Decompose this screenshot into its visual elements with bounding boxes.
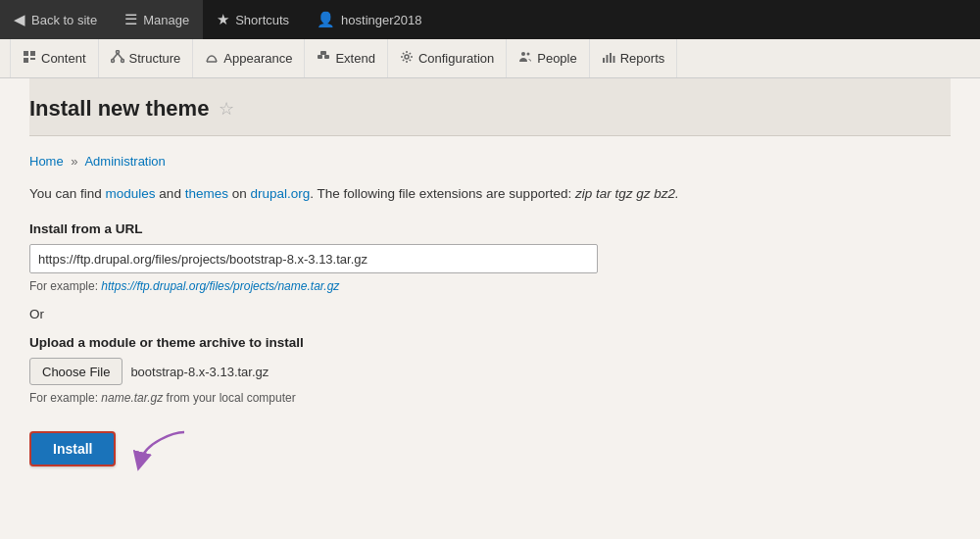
- svg-point-14: [521, 52, 525, 56]
- back-arrow-icon: ◀: [14, 11, 25, 28]
- user-label: hostinger2018: [341, 13, 421, 27]
- configuration-nav-label: Configuration: [418, 51, 494, 66]
- upload-example-file: name.tar.gz: [101, 391, 163, 405]
- nav-extend[interactable]: Extend: [305, 39, 387, 77]
- page-title: Install new theme: [29, 96, 209, 122]
- appearance-icon: [205, 50, 219, 67]
- nav-structure[interactable]: Structure: [99, 39, 194, 77]
- shortcuts-label: Shortcuts: [235, 13, 289, 27]
- svg-point-4: [116, 51, 119, 54]
- file-name-display: bootstrap-8.x-3.13.tar.gz: [130, 365, 269, 379]
- arrow-annotation: [125, 422, 204, 474]
- nav-configuration[interactable]: Configuration: [388, 39, 507, 77]
- install-row: Install: [29, 422, 951, 474]
- content-nav-label: Content: [41, 51, 86, 66]
- svg-rect-0: [24, 51, 28, 56]
- nav-appearance[interactable]: Appearance: [193, 39, 305, 77]
- structure-nav-label: Structure: [129, 51, 181, 66]
- page-title-bar: Install new theme ☆: [29, 78, 951, 136]
- svg-rect-19: [612, 56, 614, 63]
- extend-nav-label: Extend: [335, 51, 374, 66]
- secondary-nav: Content Structure Appearance Extend Conf…: [0, 39, 980, 78]
- svg-rect-10: [318, 55, 322, 59]
- svg-rect-3: [30, 58, 35, 60]
- install-button[interactable]: Install: [29, 431, 116, 466]
- desc-middle2: on: [228, 186, 251, 201]
- svg-rect-12: [320, 51, 326, 55]
- drupal-link[interactable]: drupal.org: [250, 186, 310, 201]
- reports-nav-label: Reports: [620, 51, 665, 66]
- appearance-nav-label: Appearance: [223, 51, 292, 66]
- breadcrumb-admin[interactable]: Administration: [84, 154, 165, 169]
- svg-point-15: [527, 53, 530, 56]
- url-section-label: Install from a URL: [29, 221, 951, 236]
- user-icon: 👤: [317, 11, 335, 28]
- svg-rect-11: [324, 55, 329, 59]
- desc-prefix: You can find: [29, 186, 106, 201]
- nav-people[interactable]: People: [507, 39, 589, 77]
- content-area: Home » Administration You can find modul…: [29, 136, 951, 539]
- bookmark-star-icon[interactable]: ☆: [219, 98, 234, 120]
- svg-rect-2: [24, 58, 28, 63]
- svg-rect-18: [610, 53, 612, 63]
- svg-rect-16: [603, 58, 605, 63]
- back-to-site-button[interactable]: ◀ Back to site: [0, 0, 111, 39]
- svg-point-5: [111, 60, 114, 63]
- configuration-icon: [400, 50, 414, 67]
- breadcrumb-home[interactable]: Home: [29, 154, 64, 169]
- choose-file-button[interactable]: Choose File: [29, 358, 122, 385]
- user-button[interactable]: 👤 hostinger2018: [303, 0, 435, 39]
- people-icon: [518, 50, 532, 67]
- url-example-text: For example: https://ftp.drupal.org/file…: [29, 279, 951, 293]
- structure-icon: [111, 50, 124, 67]
- arrow-svg: [125, 422, 204, 471]
- svg-point-13: [405, 55, 409, 59]
- back-to-site-label: Back to site: [31, 13, 97, 27]
- main-wrapper: Install new theme ☆ Home » Administratio…: [0, 78, 980, 539]
- breadcrumb-separator: »: [71, 154, 77, 169]
- star-icon: ★: [217, 11, 229, 28]
- file-upload-row: Choose File bootstrap-8.x-3.13.tar.gz: [29, 358, 951, 385]
- extend-icon: [317, 50, 330, 67]
- themes-link[interactable]: themes: [185, 186, 228, 201]
- upload-example-suffix: from your local computer: [163, 391, 295, 405]
- desc-suffix: . The following file extensions are supp…: [310, 186, 575, 201]
- svg-line-8: [118, 54, 122, 60]
- svg-rect-17: [606, 55, 608, 63]
- url-input[interactable]: [29, 244, 598, 273]
- manage-button[interactable]: ☰ Manage: [111, 0, 203, 39]
- people-nav-label: People: [537, 51, 576, 66]
- modules-link[interactable]: modules: [106, 186, 156, 201]
- content-icon: [23, 50, 36, 67]
- desc-middle: and: [156, 186, 185, 201]
- breadcrumb: Home » Administration: [29, 154, 951, 169]
- or-divider: Or: [29, 307, 951, 321]
- menu-icon: ☰: [124, 11, 137, 28]
- svg-line-7: [113, 54, 118, 60]
- upload-example-label: For example:: [29, 391, 101, 405]
- svg-point-6: [121, 60, 123, 63]
- description-text: You can find modules and themes on drupa…: [29, 184, 951, 204]
- admin-bar: ◀ Back to site ☰ Manage ★ Shortcuts 👤 ho…: [0, 0, 980, 39]
- shortcuts-button[interactable]: ★ Shortcuts: [203, 0, 303, 39]
- upload-label: Upload a module or theme archive to inst…: [29, 335, 951, 350]
- reports-icon: [602, 50, 615, 67]
- manage-label: Manage: [143, 13, 189, 27]
- upload-example-text: For example: name.tar.gz from your local…: [29, 391, 951, 405]
- nav-reports[interactable]: Reports: [590, 39, 678, 77]
- url-example-value: https://ftp.drupal.org/files/projects/na…: [101, 279, 339, 293]
- url-example-label: For example:: [29, 279, 101, 293]
- file-extensions: zip tar tgz gz bz2.: [575, 186, 679, 201]
- svg-rect-1: [30, 51, 35, 56]
- nav-content[interactable]: Content: [10, 39, 99, 77]
